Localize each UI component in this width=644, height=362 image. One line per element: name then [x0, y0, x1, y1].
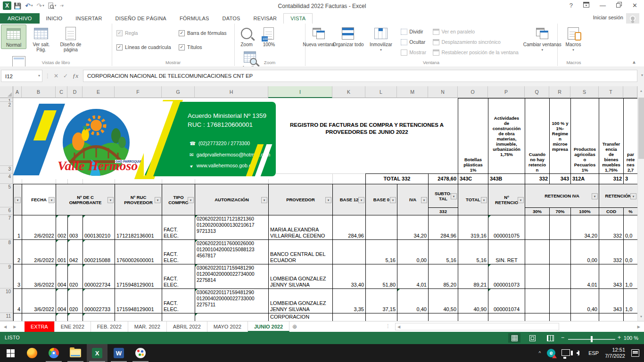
avatar[interactable] — [626, 13, 639, 24]
cell-A7[interactable]: 1 — [13, 215, 22, 239]
sign-in-link[interactable]: Iniciar sesión — [593, 15, 623, 20]
hide-button[interactable]: Ocultar — [401, 37, 426, 47]
action-center-icon[interactable] — [631, 349, 639, 357]
cell-E8[interactable]: 000215088 — [83, 239, 115, 264]
tab-insertar[interactable]: INSERTAR — [69, 13, 108, 24]
cell-F8[interactable]: 1760002600001 — [115, 239, 162, 264]
cell-S8[interactable]: 0,00 — [570, 239, 599, 264]
row-header-5[interactable]: 5 — [0, 184, 13, 207]
cell-T10[interactable]: 343 — [599, 288, 623, 313]
column-header-D[interactable]: D — [67, 86, 83, 98]
cell-N9[interactable]: 85,20 — [428, 264, 458, 288]
cell-K9[interactable]: 33,40 — [332, 264, 365, 288]
filter-dropdown-icon[interactable]: ▾ — [481, 197, 487, 203]
row-header-1[interactable]: 1 — [0, 98, 13, 102]
close-button[interactable]: ✕ — [632, 2, 637, 9]
row-header-6[interactable]: 6 — [0, 207, 13, 215]
cell-U9[interactable]: 1,0 — [623, 264, 637, 288]
header-N[interactable]: SUBTO- TAL▾ — [428, 184, 458, 207]
volume-icon[interactable] — [576, 351, 579, 355]
cell-A9[interactable]: 3 — [13, 264, 22, 288]
column-header-L[interactable]: L — [365, 86, 397, 98]
header-L[interactable]: BASE 0▾ — [365, 184, 397, 215]
header-K[interactable]: BASE 12▾ — [332, 184, 365, 215]
filter-dropdown-icon[interactable]: ▾ — [15, 197, 21, 203]
view-side-by-side-button[interactable]: Ver en paralelo — [433, 26, 518, 37]
cell-M9[interactable]: 4,01 — [397, 264, 428, 288]
synchronous-scrolling-button[interactable]: Desplazamiento sincrónico — [433, 37, 518, 47]
total-cell-Q[interactable]: 332 — [525, 173, 549, 184]
cell-L8[interactable]: 5,16 — [365, 239, 397, 264]
column-header-T[interactable]: T — [599, 86, 623, 98]
clock[interactable]: 12:517/7/2022 — [605, 347, 625, 359]
total-cell-LM[interactable]: TOTAL 332 — [365, 173, 428, 184]
row-header-11[interactable]: 11 — [0, 313, 13, 321]
column-header-I[interactable]: I — [268, 86, 332, 98]
cell-C11[interactable] — [56, 313, 67, 321]
cell-F10[interactable]: 1715948129001 — [115, 288, 162, 313]
cell-G11[interactable] — [162, 313, 195, 321]
cell-M7[interactable]: 34,20 — [397, 215, 428, 239]
cell-S9[interactable]: 4,01 — [570, 264, 599, 288]
cell-B8[interactable]: 2/6/2022 — [22, 239, 56, 264]
filter-dropdown-icon[interactable]: ▾ — [155, 197, 161, 203]
column-header-u[interactable] — [623, 86, 637, 98]
cell-R7[interactable] — [549, 215, 570, 239]
cell-R10[interactable] — [549, 288, 570, 313]
cell-N11[interactable] — [428, 313, 458, 321]
cell-Q11[interactable] — [525, 313, 549, 321]
column-header-C[interactable]: C — [56, 86, 67, 98]
cell-S11[interactable] — [570, 313, 599, 321]
next-sheet-arrow-icon[interactable]: ▶ — [13, 325, 16, 329]
column-header-H[interactable]: H — [195, 86, 268, 98]
cell-U7[interactable]: 0,0 — [623, 215, 637, 239]
row-header-2[interactable]: 2 — [0, 102, 13, 166]
cell-H8[interactable]: 020620220117600026000 012001042000215088… — [195, 239, 268, 264]
cell-T7[interactable]: 332 — [599, 215, 623, 239]
cell-K11[interactable] — [332, 313, 365, 321]
cell-L11[interactable] — [365, 313, 397, 321]
taskbar-paint[interactable] — [130, 344, 151, 362]
column-header-G[interactable]: G — [162, 86, 195, 98]
cell-B10[interactable]: 3/6/2022 — [22, 288, 56, 313]
insert-function-icon[interactable]: ƒx — [71, 70, 80, 82]
cell-P10[interactable]: 000001074 — [488, 288, 525, 313]
filter-dropdown-icon[interactable]: ▾ — [107, 197, 114, 203]
column-header-K[interactable]: K — [332, 86, 365, 98]
subheader-N[interactable]: 332 — [428, 207, 458, 215]
sheet-tab-extra[interactable]: EXTRA — [25, 321, 55, 332]
cell-L9[interactable]: 51,80 — [365, 264, 397, 288]
scroll-down-icon[interactable]: ▼ — [638, 313, 644, 320]
total-cell-U[interactable]: 3 — [623, 173, 637, 184]
tall-header-T[interactable]: Transfer encia de bienes muebles 1,75% — [599, 98, 623, 173]
sheet-tab-ene-2022[interactable]: ENE 2022 — [55, 321, 91, 332]
column-header-B[interactable]: B — [22, 86, 56, 98]
collapse-ribbon-button[interactable]: ▲ — [632, 59, 636, 65]
cell-U8[interactable]: 0,0 — [623, 239, 637, 264]
cell-Q10[interactable] — [525, 288, 549, 313]
filter-dropdown-icon[interactable]: ▾ — [518, 197, 524, 203]
tall-header-Q[interactable]: Cuando no hay retencio n — [525, 98, 549, 173]
cell-Q9[interactable] — [525, 264, 549, 288]
new-window-button[interactable]: Nueva ventana — [306, 25, 331, 48]
cell-S10[interactable]: 0,40 — [570, 288, 599, 313]
cell-N7[interactable]: 284,96 — [428, 215, 458, 239]
cell-B11[interactable] — [22, 313, 56, 321]
cell-A10[interactable]: 4 — [13, 288, 22, 313]
cell-O8[interactable]: 5,16 — [458, 239, 488, 264]
subheader-S[interactable]: 100% — [570, 207, 599, 215]
total-cell-O[interactable]: 343C — [458, 173, 488, 184]
cell-T8[interactable]: 332 — [599, 239, 623, 264]
cell-S7[interactable]: 34,20 — [570, 215, 599, 239]
checkbox-titulos[interactable]: ✓ Títulos — [179, 43, 226, 51]
cell-I10[interactable]: LOMBEIDA GONZALEZ JENNY SILVANA — [268, 288, 332, 313]
taskbar-word[interactable]: W — [108, 344, 129, 362]
zoom-percentage[interactable]: 100 % — [624, 335, 638, 341]
cell-E7[interactable]: 000130210 — [83, 215, 115, 239]
tab-splitter-icon[interactable]: ⋮ — [386, 323, 390, 329]
header-TU[interactable]: RETENCIÓN▾ — [599, 184, 637, 207]
total-cell-T[interactable]: 312 — [599, 173, 623, 184]
cell-D7[interactable]: 003 — [67, 215, 83, 239]
row-header-10[interactable]: 10 — [0, 288, 13, 313]
total-cell-P[interactable]: 343B — [488, 173, 525, 184]
